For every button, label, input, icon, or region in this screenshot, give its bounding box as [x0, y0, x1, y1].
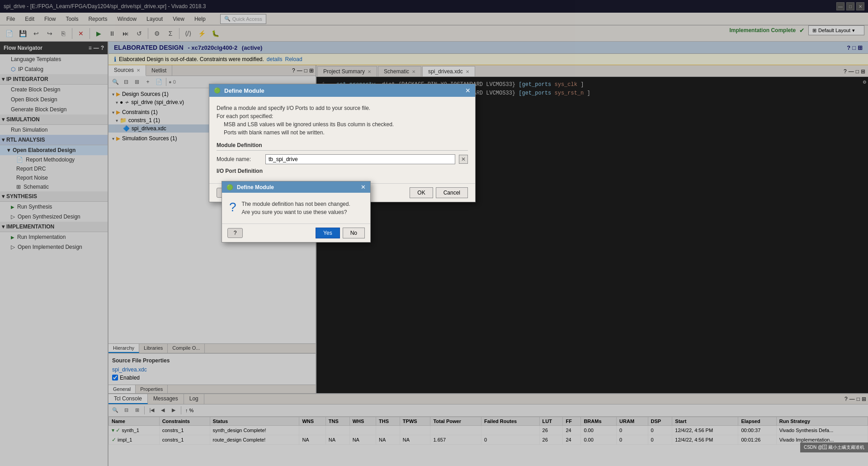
- dm-action-buttons: OK Cancel: [410, 187, 468, 198]
- confirm-text: The module definition has not been chang…: [242, 200, 350, 216]
- confirm-dialog-footer: ? Yes No: [222, 223, 370, 242]
- confirm-msg-line2: Are you sure you want to use these value…: [242, 208, 350, 216]
- dm-desc-line4: Ports with blank names will not be writt…: [217, 128, 468, 137]
- define-module-title: Define Module: [224, 87, 264, 94]
- dm-io-port-header: I/O Port Definition: [217, 168, 468, 174]
- dm-clear-button[interactable]: ✕: [459, 155, 468, 164]
- confirm-question-icon: ?: [229, 200, 236, 214]
- dm-desc-line3: MSB and LSB values will be ignored unles…: [217, 120, 468, 128]
- confirm-close-icon[interactable]: ✕: [361, 184, 366, 190]
- confirm-msg-line1: The module definition has not been chang…: [242, 200, 350, 208]
- cd-action-buttons: Yes No: [316, 228, 365, 238]
- dm-description: Define a module and specify I/O Ports to…: [217, 104, 468, 137]
- cd-help-button[interactable]: ?: [227, 228, 243, 238]
- dm-ok-button[interactable]: OK: [410, 187, 433, 198]
- confirm-vivado-icon: 🟢: [226, 184, 233, 190]
- define-module-close-icon[interactable]: ✕: [465, 87, 471, 94]
- watermark: CSDN @🅂 藏小土瞒支藏谁机: [800, 442, 868, 452]
- dm-section-label: Module Definition: [217, 142, 468, 151]
- confirm-dialog-title: Define Module: [237, 184, 274, 190]
- define-module-vivado-icon: 🟢: [214, 87, 221, 94]
- cd-no-button[interactable]: No: [343, 228, 365, 238]
- confirm-dialog-titlebar: 🟢 Define Module ✕: [222, 181, 370, 193]
- modal-backdrop: [0, 0, 868, 466]
- dm-module-name-input[interactable]: [265, 154, 455, 164]
- dm-module-name-label: Module name:: [217, 156, 262, 162]
- dm-cancel-button[interactable]: Cancel: [436, 187, 468, 198]
- define-module-body: Define a module and specify I/O Ports to…: [209, 97, 475, 183]
- confirm-dialog-body: ? The module definition has not been cha…: [222, 193, 370, 223]
- dm-title-group: 🟢 Define Module: [214, 87, 264, 94]
- dm-module-name-row: Module name: ✕: [217, 154, 468, 164]
- dm-desc-line1: Define a module and specify I/O Ports to…: [217, 104, 468, 112]
- cd-title-group: 🟢 Define Module: [226, 184, 274, 190]
- cd-yes-button[interactable]: Yes: [316, 228, 340, 238]
- confirm-dialog: 🟢 Define Module ✕ ? The module definitio…: [222, 181, 371, 243]
- dm-desc-line2: For each port specified:: [217, 112, 468, 120]
- define-module-titlebar: 🟢 Define Module ✕: [209, 84, 475, 97]
